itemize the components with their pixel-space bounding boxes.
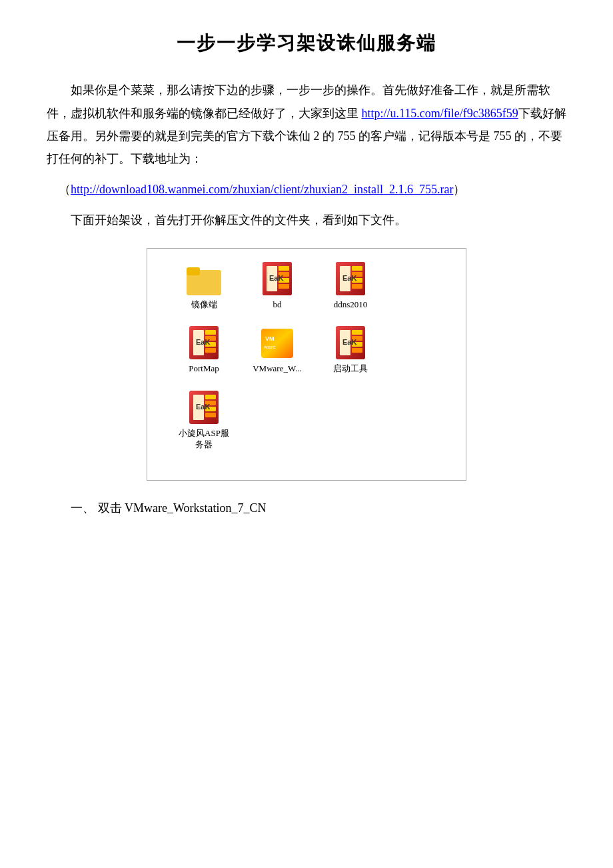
link-paren-open: （ [59, 183, 71, 196]
rar-icon-portmap: EaK [187, 326, 221, 361]
file-item-ddns2010[interactable]: EaK ddns2010 [314, 262, 387, 311]
svg-text:EaK: EaK [342, 338, 356, 346]
svg-rect-2 [187, 267, 200, 275]
file-label-ddns2010: ddns2010 [334, 299, 368, 311]
link-115[interactable]: http://u.115.com/file/f9c3865f59 [362, 107, 518, 120]
file-label-jingxiangduan: 镜像端 [191, 299, 217, 311]
svg-rect-15 [352, 266, 362, 271]
page-title: 一步一步学习架设诛仙服务端 [47, 27, 566, 60]
svg-rect-22 [205, 330, 216, 335]
file-browser: 镜像端 [147, 248, 466, 481]
rar-svg-xxf: EaK [188, 391, 220, 425]
link-paren-close: ） [453, 183, 465, 196]
svg-rect-35 [352, 348, 362, 353]
svg-text:EaK: EaK [196, 403, 210, 411]
rar-svg-bd: EaK [261, 262, 293, 297]
link-wanmei[interactable]: http://download108.wanmei.com/zhuxian/cl… [71, 183, 453, 196]
file-label-portmap: PortMap [189, 363, 219, 375]
intro-paragraph-3: 下面开始架设，首先打开你解压文件的文件夹，看到如下文件。 [47, 209, 566, 231]
file-item-xiaoxuanfeng[interactable]: EaK 小旋风ASP服务器 [167, 391, 241, 451]
svg-rect-18 [352, 284, 362, 289]
link-block: （http://download108.wanmei.com/zhuxian/c… [47, 178, 566, 201]
file-label-bd: bd [273, 299, 282, 311]
file-label-xiaoxuanfeng: 小旋风ASP服务器 [179, 428, 229, 451]
vmware-svg: VM ware [260, 326, 295, 361]
svg-rect-7 [279, 266, 289, 271]
svg-text:EaK: EaK [269, 274, 283, 282]
svg-rect-27 [261, 329, 293, 358]
rar-icon-ddns2010: EaK [333, 262, 368, 297]
file-grid: 镜像端 [167, 262, 446, 461]
file-item-jingxiangduan[interactable]: 镜像端 [167, 262, 241, 311]
svg-text:EaK: EaK [196, 338, 210, 346]
file-label-vmware: VMware_W... [253, 363, 302, 375]
folder-svg [187, 263, 221, 295]
rar-icon-xiaoxuanfeng: EaK [187, 391, 221, 425]
rar-icon-bd: EaK [260, 262, 295, 297]
svg-rect-32 [352, 330, 362, 335]
svg-text:VM: VM [265, 335, 275, 342]
svg-text:ware: ware [263, 344, 276, 350]
rar-svg-qidong: EaK [334, 326, 366, 361]
file-item-vmware[interactable]: VM ware VMware_W... [241, 326, 314, 375]
vmware-icon: VM ware [260, 326, 295, 361]
file-item-portmap[interactable]: EaK PortMap [167, 326, 241, 375]
file-item-bd[interactable]: EaK bd [241, 262, 314, 311]
rar-svg-portmap: EaK [188, 326, 220, 361]
intro-paragraph-1: 如果你是个菜菜，那么请按下边的步骤，一步一步的操作。首先做好准备工作，就是所需软… [47, 79, 566, 170]
svg-rect-10 [279, 284, 289, 289]
svg-rect-39 [205, 395, 216, 399]
folder-icon [187, 262, 221, 297]
rar-svg-ddns: EaK [334, 262, 366, 297]
file-label-qidonggongju: 启动工具 [333, 363, 368, 375]
svg-rect-42 [205, 413, 216, 417]
rar-icon-qidonggongju: EaK [333, 326, 368, 361]
svg-rect-25 [205, 348, 216, 353]
svg-text:EaK: EaK [342, 274, 356, 282]
file-item-qidonggongju[interactable]: EaK 启动工具 [314, 326, 387, 375]
step-1: 一、 双击 VMware_Workstation_7_CN [47, 497, 566, 519]
